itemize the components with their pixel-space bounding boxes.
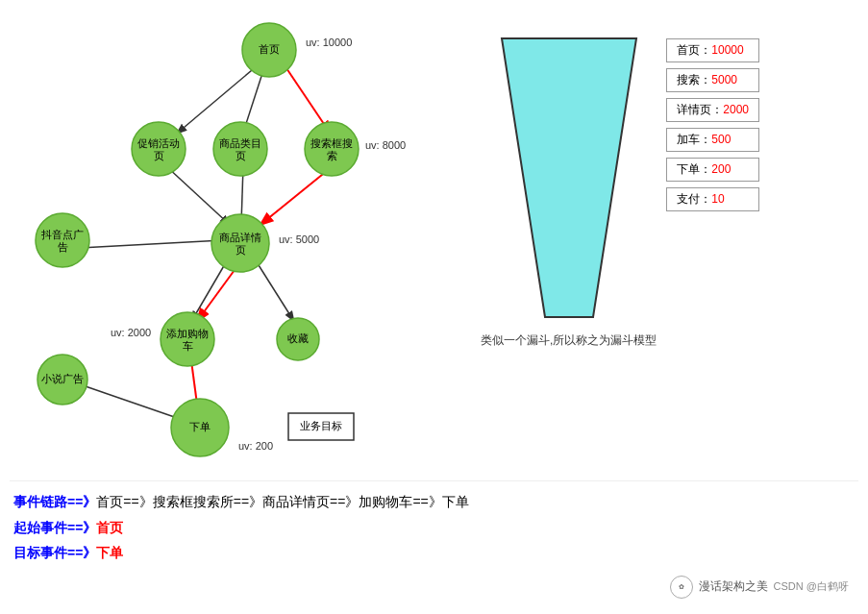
funnel-labels: 首页：10000搜索：5000详情页：2000加车：500下单：200支付：10 — [666, 38, 759, 211]
funnel-label-item: 详情页：2000 — [666, 98, 759, 122]
arrow-promotion-detail — [166, 166, 229, 224]
funnel-label-val: 2000 — [723, 103, 749, 116]
node-category-label: 商品类目 — [219, 137, 261, 149]
node-tiktok-label2: 告 — [58, 241, 68, 253]
funnel-label-val: 500 — [711, 133, 731, 146]
arrow-tiktok-detail — [80, 240, 223, 248]
node-novel-label: 小说广告 — [41, 373, 84, 384]
node-order-label: 下单 — [189, 421, 211, 432]
node-detail-label2: 页 — [236, 244, 246, 256]
arrow-red-search-detail — [261, 166, 333, 224]
node-promotion-label2: 页 — [154, 150, 164, 161]
node-addcart-label2: 车 — [183, 340, 193, 352]
main-container: 首页 uv: 10000 促销活动 页 商品类目 页 搜索框搜 索 uv: 80… — [10, 10, 858, 599]
event-chain-prefix: 事件链路==》 — [13, 489, 96, 515]
biz-label: 业务目标 — [300, 420, 342, 431]
funnel-label-key: 支付： — [677, 192, 711, 206]
funnel-label-key: 下单： — [677, 162, 711, 176]
uv-homepage: uv: 10000 — [306, 37, 352, 48]
funnel-svg-container: 类似一个漏斗,所以称之为漏斗模型 — [481, 29, 657, 349]
uv-addcart: uv: 2000 — [111, 327, 151, 338]
node-tiktok-label: 抖音点广 — [40, 229, 84, 240]
target-event-prefix: 目标事件==》 — [13, 540, 96, 566]
uv-detail: uv: 5000 — [279, 233, 319, 245]
funnel-label-val: 10000 — [711, 43, 743, 57]
target-event-line: 目标事件==》 下单 — [13, 540, 855, 566]
node-search-label: 搜索框搜 — [310, 137, 353, 149]
target-event-val: 下单 — [96, 540, 123, 566]
arrow-detail-collect — [254, 258, 293, 320]
funnel-label-val: 200 — [711, 162, 731, 176]
node-collect-label: 收藏 — [287, 332, 309, 344]
uv-order: uv: 200 — [238, 440, 273, 452]
funnel-label-key: 首页： — [677, 43, 711, 57]
arrow-novel-order — [80, 384, 186, 421]
funnel-shape — [502, 38, 636, 317]
node-addcart-label: 添加购物 — [166, 328, 209, 339]
bottom-section: 事件链路==》 首页==》搜索框搜索所==》商品详情页==》加购物车==》下单 … — [10, 480, 858, 570]
node-promotion-label: 促销活动 — [137, 137, 180, 149]
node-detail-label: 商品详情 — [219, 232, 261, 243]
event-chain-path: 首页==》搜索框搜索所==》商品详情页==》加购物车==》下单 — [96, 489, 468, 515]
start-event-line: 起始事件==》 首页 — [13, 515, 855, 541]
funnel-label-key: 加车： — [677, 133, 711, 146]
graph-area: 首页 uv: 10000 促销活动 页 商品类目 页 搜索框搜 索 uv: 80… — [10, 10, 471, 471]
node-category-label2: 页 — [236, 150, 246, 161]
top-section: 首页 uv: 10000 促销活动 页 商品类目 页 搜索框搜 索 uv: 80… — [10, 10, 858, 471]
arrow-red-homepage-search — [285, 65, 330, 133]
start-event-val: 首页 — [96, 515, 123, 541]
funnel-label-item: 首页：10000 — [666, 38, 759, 62]
event-chain-line: 事件链路==》 首页==》搜索框搜索所==》商品详情页==》加购物车==》下单 — [13, 489, 855, 515]
funnel-label-val: 10 — [711, 192, 724, 206]
funnel-label-key: 搜索： — [677, 73, 711, 86]
funnel-label-item: 加车：500 — [666, 128, 759, 152]
funnel-svg — [492, 29, 646, 327]
funnel-label-val: 5000 — [711, 73, 737, 86]
node-homepage-label: 首页 — [259, 43, 280, 55]
funnel-area: 类似一个漏斗,所以称之为漏斗模型 首页：10000搜索：5000详情页：2000… — [471, 10, 858, 471]
funnel-caption: 类似一个漏斗,所以称之为漏斗模型 — [481, 332, 657, 349]
node-search-label2: 索 — [327, 150, 337, 161]
watermark-csdn: CSDN @白鹤呀 — [774, 579, 849, 594]
funnel-label-key: 详情页： — [677, 103, 723, 116]
uv-search: uv: 8000 — [365, 139, 406, 151]
funnel-label-item: 支付：10 — [666, 187, 759, 211]
start-event-prefix: 起始事件==》 — [13, 515, 96, 541]
watermark-logo: ✿ — [670, 576, 693, 599]
funnel-label-item: 下单：200 — [666, 158, 759, 182]
watermark: ✿ 漫话架构之美 CSDN @白鹤呀 — [10, 576, 849, 599]
watermark-brand: 漫话架构之美 — [699, 578, 768, 595]
funnel-label-item: 搜索：5000 — [666, 68, 759, 92]
